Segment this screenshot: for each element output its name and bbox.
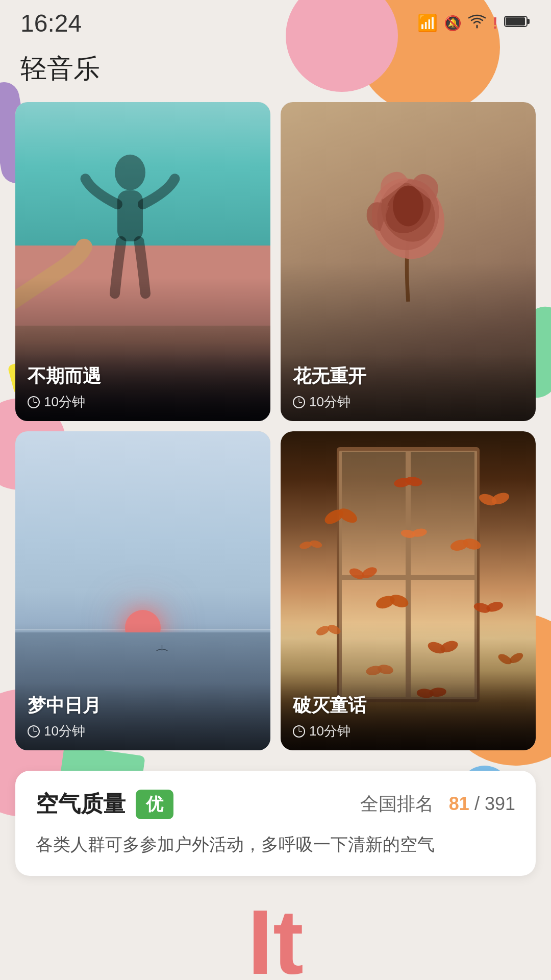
aq-rank-total: 391: [485, 793, 515, 814]
card-2-duration: 10分钟: [293, 393, 523, 411]
card-4-clock-icon: [293, 725, 305, 738]
mute-icon: 🔕: [444, 15, 462, 32]
aq-title: 空气质量: [36, 789, 126, 819]
decorative-letter: It: [247, 896, 304, 980]
status-bar: 16:24 📶 🔕 !: [0, 0, 551, 41]
card-1-duration-text: 10分钟: [44, 393, 85, 411]
wifi-icon: [468, 14, 486, 33]
aq-title-group: 空气质量 优: [36, 789, 173, 819]
card-4-overlay: 破灭童话 10分钟: [281, 683, 536, 750]
svg-point-9: [393, 185, 423, 226]
card-1-overlay: 不期而遇 10分钟: [15, 354, 270, 421]
aq-rank: 全国排名 81 / 391: [360, 792, 515, 817]
card-1-title: 不期而遇: [28, 364, 258, 389]
music-card-2[interactable]: 花无重开 10分钟: [281, 102, 536, 421]
status-icons: 📶 🔕 !: [417, 13, 531, 33]
svg-rect-1: [506, 17, 525, 26]
card-4-duration: 10分钟: [293, 722, 523, 740]
svg-point-20: [462, 537, 482, 552]
music-card-3[interactable]: 梦中日月 10分钟: [15, 431, 270, 750]
aq-rank-separator: /: [474, 793, 480, 814]
bottom-letters: It: [0, 876, 551, 980]
card-1-duration: 10分钟: [28, 393, 258, 411]
battery-icon: [504, 14, 531, 33]
card-3-clock-icon: [28, 725, 40, 738]
music-card-1[interactable]: 不期而遇 10分钟: [15, 102, 270, 421]
card-2-title: 花无重开: [293, 364, 523, 389]
svg-point-3: [115, 155, 145, 190]
card-1-clock-icon: [28, 396, 40, 408]
signal-warning-icon: !: [492, 14, 498, 33]
svg-point-24: [388, 593, 410, 610]
aq-rank-current: 81: [449, 793, 469, 814]
aq-badge: 优: [136, 790, 173, 819]
music-card-4[interactable]: 破灭童话 10分钟: [281, 431, 536, 750]
aq-rank-label: 全国排名: [360, 793, 434, 814]
aq-description: 各类人群可多参加户外活动，多呼吸一下清新的空气: [36, 831, 515, 857]
card-2-clock-icon: [293, 396, 305, 408]
card-4-duration-text: 10分钟: [309, 722, 350, 740]
air-quality-widget[interactable]: 空气质量 优 全国排名 81 / 391 各类人群可多参加户外活动，多呼吸一下清…: [15, 771, 536, 876]
svg-rect-2: [527, 19, 530, 24]
aq-header: 空气质量 优 全国排名 81 / 391: [36, 789, 515, 819]
bluetooth-icon: 📶: [417, 13, 438, 33]
card-3-duration-text: 10分钟: [44, 722, 85, 740]
status-time: 16:24: [20, 9, 82, 37]
svg-rect-4: [117, 190, 143, 241]
card-3-duration: 10分钟: [28, 722, 258, 740]
page-title: 轻音乐: [0, 41, 551, 102]
svg-point-36: [309, 539, 323, 549]
music-grid: 不期而遇 10分钟: [0, 102, 551, 750]
card-4-title: 破灭童话: [293, 693, 523, 718]
card-3-overlay: 梦中日月 10分钟: [15, 683, 270, 750]
card-2-overlay: 花无重开 10分钟: [281, 354, 536, 421]
card-3-title: 梦中日月: [28, 693, 258, 718]
card-2-duration-text: 10分钟: [309, 393, 350, 411]
